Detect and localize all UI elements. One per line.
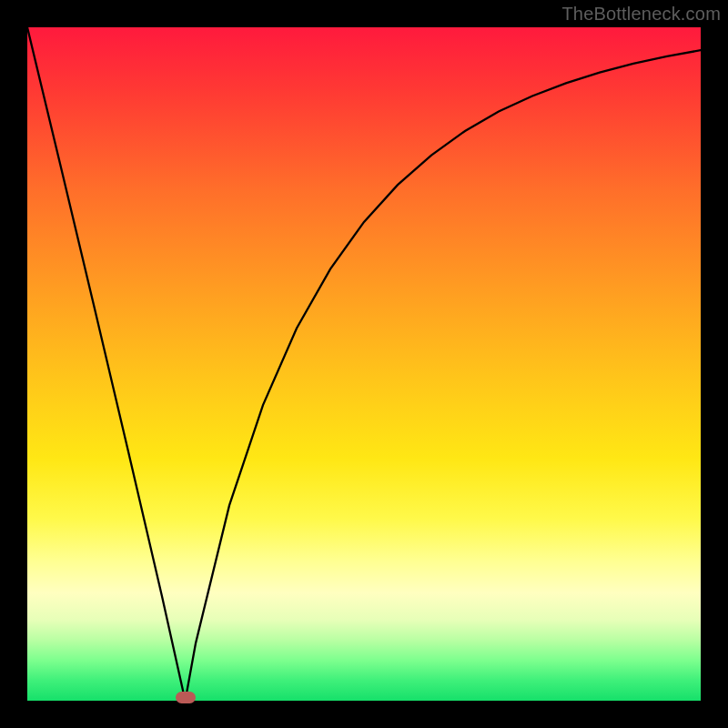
chart-plot-area	[27, 27, 701, 701]
watermark-text: TheBottleneck.com	[561, 4, 721, 25]
chart-frame: TheBottleneck.com	[0, 0, 728, 728]
chart-min-marker	[176, 692, 196, 703]
